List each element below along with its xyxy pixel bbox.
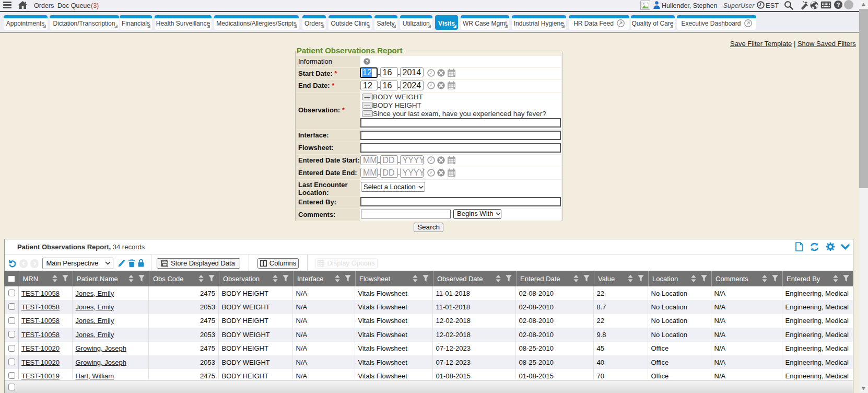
svg-text:?: ? (836, 2, 840, 8)
svg-text:?: ? (365, 59, 368, 64)
